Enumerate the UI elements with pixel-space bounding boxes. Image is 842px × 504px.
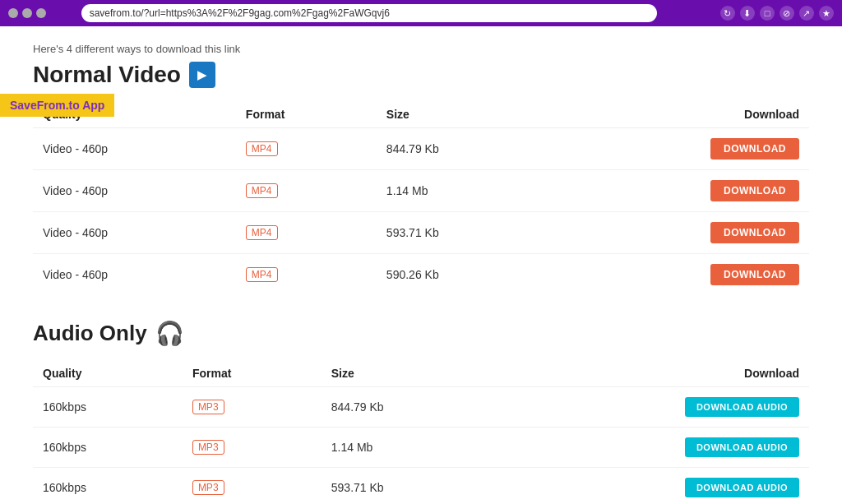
audio-download-cell: DOWNLOAD AUDIO (492, 387, 809, 428)
audio-col-format: Format (183, 360, 322, 387)
table-row: Video - 460p MP4 593.71 Kb DOWNLOAD (33, 212, 809, 254)
audio-quality: 160kbps (33, 428, 183, 468)
video-format: MP4 (236, 212, 377, 254)
table-row: 160kbps MP3 844.79 Kb DOWNLOAD AUDIO (33, 387, 809, 428)
banner-label: SaveFrom.to App (10, 99, 104, 112)
audio-col-size: Size (322, 360, 493, 387)
video-col-size: Size (377, 101, 549, 128)
video-col-format: Format (236, 101, 377, 128)
browser-dot-1 (8, 8, 18, 18)
audio-format: MP3 (183, 468, 322, 505)
audio-format: MP3 (183, 387, 322, 428)
audio-quality: 160kbps (33, 468, 183, 505)
page-subtitle: Here's 4 different ways to download this… (33, 43, 809, 55)
audio-quality: 160kbps (33, 387, 183, 428)
video-quality: Video - 460p (33, 212, 236, 254)
video-size: 1.14 Mb (377, 170, 549, 212)
video-format: MP4 (236, 128, 377, 170)
video-download-cell: DOWNLOAD (549, 170, 809, 212)
browser-controls (8, 8, 46, 18)
url-text: savefrom.to/?url=https%3A%2F%2F9gag.com%… (90, 7, 390, 19)
table-row: 160kbps MP3 1.14 Mb DOWNLOAD AUDIO (33, 428, 809, 468)
video-size: 593.71 Kb (377, 212, 549, 254)
video-format: MP4 (236, 170, 377, 212)
page-content: Here's 4 different ways to download this… (0, 26, 842, 504)
video-quality: Video - 460p (33, 170, 236, 212)
video-title-text: Normal Video (33, 62, 181, 88)
video-section-title: Normal Video ▶ (33, 62, 809, 88)
browser-icons: ↻ ⬇ □ ⊘ ↗ ★ (720, 6, 834, 21)
table-row: Video - 460p MP4 590.26 Kb DOWNLOAD (33, 254, 809, 296)
video-format: MP4 (236, 254, 377, 296)
video-table: Quality Format Size Download Video - 460… (33, 101, 809, 295)
table-row: Video - 460p MP4 844.79 Kb DOWNLOAD (33, 128, 809, 170)
audio-download-cell: DOWNLOAD AUDIO (492, 428, 809, 468)
audio-table: Quality Format Size Download 160kbps MP3… (33, 360, 809, 504)
block-icon[interactable]: ⊘ (780, 6, 794, 21)
download-audio-button[interactable]: DOWNLOAD AUDIO (685, 437, 799, 457)
star-icon[interactable]: ★ (819, 6, 834, 21)
download-audio-button[interactable]: DOWNLOAD AUDIO (685, 397, 799, 417)
audio-download-cell: DOWNLOAD AUDIO (492, 468, 809, 505)
address-bar[interactable]: savefrom.to/?url=https%3A%2F%2F9gag.com%… (81, 4, 657, 22)
table-row: 160kbps MP3 593.71 Kb DOWNLOAD AUDIO (33, 468, 809, 505)
audio-format: MP3 (183, 428, 322, 468)
audio-col-download: Download (492, 360, 809, 387)
share-icon[interactable]: ↗ (799, 6, 814, 21)
browser-dot-2 (22, 8, 32, 18)
audio-col-quality: Quality (33, 360, 183, 387)
audio-title-text: Audio Only (33, 321, 147, 346)
browser-dot-3 (36, 8, 46, 18)
download-button[interactable]: DOWNLOAD (710, 180, 799, 201)
audio-size: 593.71 Kb (322, 468, 493, 505)
table-row: Video - 460p MP4 1.14 Mb DOWNLOAD (33, 170, 809, 212)
audio-size: 844.79 Kb (322, 387, 493, 428)
download-button[interactable]: DOWNLOAD (710, 138, 799, 160)
video-col-download: Download (549, 101, 809, 128)
video-quality: Video - 460p (33, 128, 236, 170)
video-size: 590.26 Kb (377, 254, 549, 296)
audio-section-title: Audio Only 🎧 (33, 320, 809, 347)
refresh-icon[interactable]: ↻ (720, 6, 735, 21)
download-audio-button[interactable]: DOWNLOAD AUDIO (685, 478, 799, 497)
download-icon[interactable]: ⬇ (740, 6, 755, 21)
download-button[interactable]: DOWNLOAD (710, 264, 799, 285)
video-download-cell: DOWNLOAD (549, 254, 809, 296)
play-icon: ▶ (189, 62, 215, 88)
screenshot-icon[interactable]: □ (760, 6, 775, 21)
savefrom-banner[interactable]: SaveFrom.to App (0, 94, 114, 117)
headphones-icon: 🎧 (155, 320, 184, 347)
video-quality: Video - 460p (33, 254, 236, 296)
video-download-cell: DOWNLOAD (549, 212, 809, 254)
video-download-cell: DOWNLOAD (549, 128, 809, 170)
video-size: 844.79 Kb (377, 128, 549, 170)
audio-size: 1.14 Mb (322, 428, 493, 468)
download-button[interactable]: DOWNLOAD (710, 222, 799, 243)
browser-bar: savefrom.to/?url=https%3A%2F%2F9gag.com%… (0, 0, 842, 26)
